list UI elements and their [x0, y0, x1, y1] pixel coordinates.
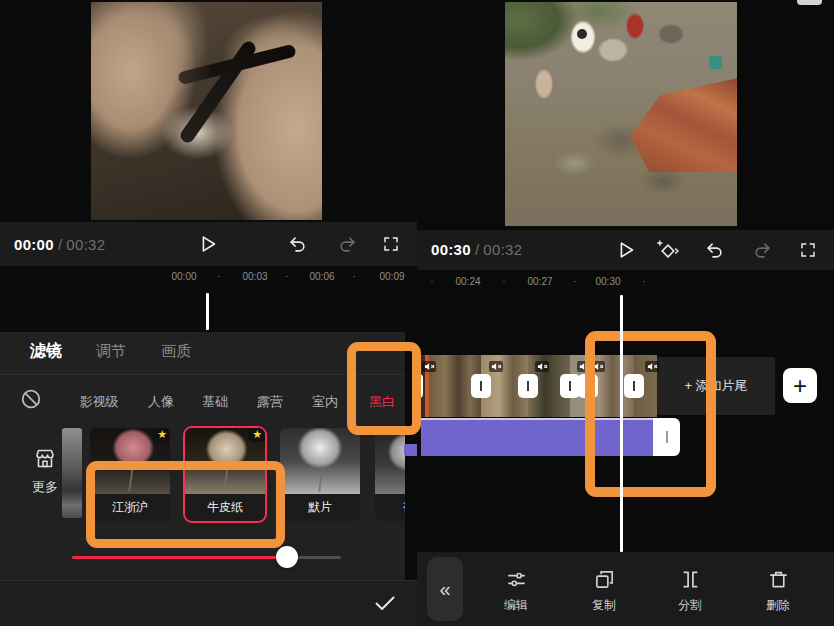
ruler-dot: ·: [285, 271, 288, 282]
fullscreen-icon[interactable]: [382, 235, 400, 253]
time-total: 00:32: [66, 236, 105, 253]
time-display: 00:00/00:32: [14, 236, 105, 253]
confirm-bar: [0, 581, 417, 626]
playback-bar-left: 00:00/00:32: [0, 222, 417, 266]
play-button[interactable]: [197, 233, 219, 255]
ruler-tick: 00:30: [595, 276, 620, 287]
tool-label: 删除: [766, 597, 790, 614]
trash-icon: [767, 568, 790, 591]
figure: [535, 69, 553, 99]
redo-icon[interactable]: [338, 235, 357, 254]
store-icon[interactable]: [33, 446, 57, 472]
tool-label: 分割: [678, 597, 702, 614]
ruler-tick: 00:03: [242, 271, 267, 282]
ruler-tick: 00:00: [171, 271, 196, 282]
category-cinematic[interactable]: 影视级: [80, 393, 119, 411]
transition-handle[interactable]: [560, 374, 580, 398]
ruler-tick: 00:24: [455, 276, 480, 287]
playhead-right: [620, 295, 623, 552]
tab-quality[interactable]: 画质: [161, 342, 191, 361]
category-portrait[interactable]: 人像: [148, 393, 174, 411]
figure: [626, 13, 644, 39]
fullscreen-icon[interactable]: [799, 241, 817, 259]
preview-image-hands-pen: [91, 2, 322, 220]
pen-shape-2: [178, 39, 258, 145]
undo-icon[interactable]: [288, 235, 307, 254]
clip-toolbar: « 编辑 复制 分割: [417, 552, 834, 626]
tool-copy[interactable]: 复制: [574, 568, 634, 614]
more-label[interactable]: 更多: [32, 478, 58, 496]
redo-icon[interactable]: [753, 241, 772, 260]
tool-delete[interactable]: 删除: [748, 568, 808, 614]
slider-handle[interactable]: [276, 546, 298, 568]
clip-mute-icon[interactable]: [489, 361, 503, 372]
timeline-editor-panel: 00:30/00:32 ·: [417, 0, 834, 626]
playback-bar-right: 00:30/00:32: [417, 230, 834, 270]
ruler-dot: ·: [502, 276, 505, 287]
copy-icon: [593, 568, 616, 591]
video-preview-right: [505, 2, 737, 226]
filter-tile-partial[interactable]: [62, 428, 82, 518]
filter-tile[interactable]: 默片: [280, 428, 360, 521]
tool-label: 编辑: [504, 597, 528, 614]
screen-notch-artifact: [797, 0, 822, 5]
brick-pile: [630, 78, 737, 172]
slider-fill: [72, 556, 287, 559]
timeline-ruler-left[interactable]: 00:00 · 00:03 · 00:06 · 00:09: [0, 271, 417, 287]
ruler-dot: ·: [352, 271, 355, 282]
collapse-icon: «: [439, 578, 450, 601]
play-button[interactable]: [615, 239, 637, 261]
annotation-box-playhead: [585, 331, 716, 497]
figure-detail: [577, 29, 587, 39]
keyframe-icon[interactable]: [655, 238, 680, 263]
no-filter-icon[interactable]: [20, 388, 42, 410]
figure: [658, 24, 684, 44]
ruler-dot: ·: [430, 276, 433, 287]
time-display: 00:30/00:32: [431, 241, 522, 258]
split-icon: [679, 568, 702, 591]
figure: [598, 38, 628, 62]
tab-filter[interactable]: 滤镜: [30, 341, 62, 362]
filter-name: 默片: [280, 494, 360, 521]
ruler-tick: 00:09: [379, 271, 404, 282]
ruler-dot: ·: [642, 276, 645, 287]
confirm-check-icon[interactable]: [374, 595, 396, 612]
time-total: 00:32: [483, 241, 522, 258]
category-camping[interactable]: 露营: [257, 393, 283, 411]
vip-star-icon: ★: [153, 428, 170, 442]
app-screenshot: 00:00/00:32 00:00 · 00:03 · 00:06 · 00:0…: [0, 0, 834, 626]
playhead-left: [206, 293, 209, 330]
category-basic[interactable]: 基础: [202, 393, 228, 411]
timeline-ruler-right[interactable]: · 00:24 · 00:27 · 00:30 ·: [417, 276, 834, 292]
add-track-button[interactable]: +: [783, 368, 817, 403]
time-current: 00:30: [431, 241, 471, 258]
bucket: [709, 56, 722, 69]
clip-mute-icon[interactable]: [535, 361, 549, 372]
time-current: 00:00: [14, 236, 54, 253]
clip-mute-icon[interactable]: [422, 361, 436, 372]
undo-icon[interactable]: [705, 241, 724, 260]
filter-intensity-slider[interactable]: [72, 556, 341, 559]
ruler-dot: ·: [573, 276, 576, 287]
tool-label: 复制: [592, 597, 616, 614]
preview-image-worksite: [505, 2, 737, 226]
video-preview-left: [91, 2, 322, 220]
ruler-dot: ·: [217, 271, 220, 282]
tool-edit[interactable]: 编辑: [486, 568, 546, 614]
ruler-tick: 00:27: [527, 276, 552, 287]
annotation-box-filter-tiles: [86, 461, 285, 548]
category-indoor[interactable]: 室内: [312, 393, 338, 411]
ruler-tick: 00:06: [309, 271, 334, 282]
audio-track-edge: [404, 444, 417, 456]
tool-split[interactable]: 分割: [660, 568, 720, 614]
transition-handle[interactable]: [471, 374, 491, 398]
tab-adjust[interactable]: 调节: [96, 342, 126, 361]
vip-star-icon: ★: [248, 428, 265, 442]
collapse-toolbar-button[interactable]: «: [427, 557, 463, 621]
edit-sliders-icon: [505, 568, 528, 591]
annotation-box-blackwhite-category: [347, 342, 421, 435]
transition-handle[interactable]: [518, 374, 538, 398]
plus-icon: +: [793, 374, 807, 398]
